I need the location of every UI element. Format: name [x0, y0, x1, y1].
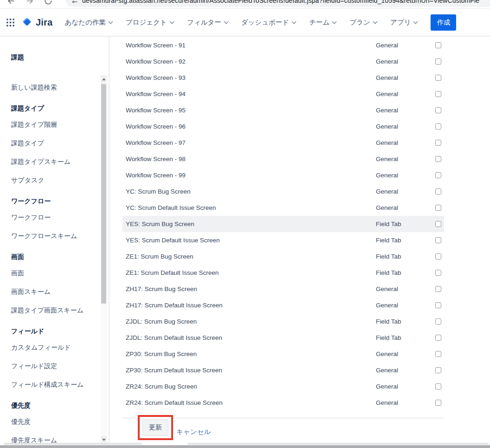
- screen-checkbox[interactable]: [435, 351, 441, 357]
- sidebar-item[interactable]: 画面: [0, 264, 109, 283]
- screen-checkbox[interactable]: [435, 221, 441, 227]
- screen-checkbox[interactable]: [435, 42, 441, 48]
- jira-logo-icon: [21, 17, 32, 28]
- browser-back-icon[interactable]: [6, 0, 16, 6]
- screen-checkbox[interactable]: [435, 270, 441, 276]
- screen-checkbox[interactable]: [435, 383, 441, 390]
- tune-icon[interactable]: [71, 0, 78, 4]
- sidebar-item[interactable]: ワークフロー: [0, 194, 109, 208]
- screen-checkbox[interactable]: [435, 123, 441, 130]
- address-bar[interactable]: devsamurai-stg.atlassian.net/secure/admi…: [66, 0, 490, 7]
- sidebar-item[interactable]: 新しい課題検索: [0, 78, 109, 97]
- checkbox-cell: [432, 188, 441, 195]
- sidebar-item[interactable]: 課題タイプ画面スキーム: [0, 301, 109, 320]
- browser-toolbar: devsamurai-stg.atlassian.net/secure/admi…: [0, 0, 490, 9]
- sidebar-item[interactable]: フィールド設定: [0, 357, 109, 376]
- checkbox-cell: [432, 75, 441, 81]
- jira-logo[interactable]: Jira: [21, 17, 52, 28]
- screen-name: ZJDL: Scrum Default Issue Screen: [126, 334, 364, 341]
- screen-row: ZJDL: Scrum Bug Screen Field Tab: [122, 313, 444, 330]
- browser-refresh-icon[interactable]: [44, 0, 53, 6]
- sidebar-item[interactable]: 画面: [0, 250, 109, 264]
- screen-checkbox[interactable]: [435, 205, 441, 211]
- checkbox-cell: [432, 367, 441, 373]
- screen-checkbox[interactable]: [435, 253, 441, 260]
- sidebar-scrollbar[interactable]: [101, 75, 107, 444]
- screen-checkbox[interactable]: [435, 335, 441, 341]
- nav-menu-item[interactable]: あなたの作業: [64, 18, 112, 27]
- nav-menu-item-label: ダッシュボード: [241, 18, 290, 27]
- screen-row: Workflow Screen - 97 General: [122, 135, 444, 151]
- sidebar-item[interactable]: 課題タイプスキーム: [0, 153, 109, 171]
- triangle-up-icon: [102, 78, 106, 80]
- screen-name: Workflow Screen - 94: [126, 91, 364, 97]
- sidebar-item-label: カスタムフィールド: [11, 344, 71, 352]
- sidebar-item[interactable]: 課題タイプ: [0, 134, 109, 153]
- nav-menu-item[interactable]: アプリ: [390, 18, 418, 27]
- sidebar-item[interactable]: 課題タイプ: [0, 101, 109, 116]
- chevron-down-icon: [108, 19, 113, 24]
- nav-menu-item[interactable]: プラン: [349, 18, 377, 27]
- screen-tab: Field Tab: [364, 253, 432, 260]
- checkbox-cell: [432, 107, 441, 113]
- update-button[interactable]: 更新: [142, 419, 168, 436]
- sidebar-item[interactable]: 課題タイプ階層: [0, 116, 109, 134]
- screen-tab: General: [364, 383, 432, 390]
- sidebar-item[interactable]: フィールド構成スキーム: [0, 376, 109, 394]
- sidebar-item-label: 課題タイプ画面スキーム: [11, 306, 84, 315]
- checkbox-cell: [432, 58, 441, 65]
- screen-row: YES: Scrum Bug Screen Field Tab: [122, 216, 444, 232]
- screen-checkbox[interactable]: [435, 75, 441, 81]
- sidebar-item-label: 優先度: [11, 418, 31, 426]
- screen-checkbox[interactable]: [435, 156, 441, 162]
- screen-checkbox[interactable]: [435, 188, 441, 195]
- screen-checkbox[interactable]: [435, 286, 441, 292]
- screen-name: ZP30: Scrum Bug Screen: [126, 351, 364, 357]
- sidebar-item[interactable]: ワークフロースキーム: [0, 227, 109, 246]
- screen-tab: Field Tab: [364, 269, 432, 276]
- screen-row: ZH17: Scrum Default Issue Screen General: [122, 297, 444, 313]
- sidebar-item[interactable]: サブタスク: [0, 171, 109, 190]
- nav-menu-item[interactable]: フィルター: [187, 18, 228, 27]
- sidebar-item[interactable]: 画面スキーム: [0, 283, 109, 301]
- sidebar-item[interactable]: 優先度: [0, 398, 109, 413]
- sidebar-item-label: 画面: [11, 253, 24, 261]
- screen-checkbox[interactable]: [435, 237, 441, 243]
- sidebar-item[interactable]: ワークフロー: [0, 208, 109, 227]
- screen-checkbox[interactable]: [435, 91, 441, 97]
- screen-row: ZE1: Scrum Bug Screen Field Tab: [122, 248, 444, 265]
- screen-checkbox[interactable]: [435, 302, 441, 308]
- browser-forward-icon[interactable]: [25, 0, 34, 6]
- app-switcher-icon[interactable]: [6, 18, 15, 27]
- admin-sidebar: 課題 新しい課題検索 課題タイプ 課題タイプ階層: [0, 37, 110, 447]
- screen-checkbox[interactable]: [435, 400, 441, 406]
- sidebar-item[interactable]: カスタムフィールド: [0, 338, 109, 357]
- screen-checkbox[interactable]: [435, 318, 441, 325]
- sidebar-item[interactable]: 優先度: [0, 413, 109, 431]
- screen-checkbox[interactable]: [435, 172, 441, 178]
- nav-menu-item[interactable]: ダッシュボード: [241, 18, 296, 27]
- screen-row: YC: Scrum Bug Screen General: [122, 183, 444, 200]
- screen-checkbox[interactable]: [435, 107, 441, 113]
- horizontal-scrollbar[interactable]: [0, 445, 490, 448]
- screen-checkbox[interactable]: [435, 367, 441, 373]
- screen-checkbox[interactable]: [435, 58, 441, 65]
- nav-menu-item-label: プラン: [349, 18, 370, 27]
- sidebar-item[interactable]: フィールド: [0, 324, 109, 338]
- screen-tab: Field Tab: [364, 221, 432, 227]
- nav-menu-item[interactable]: チーム: [309, 18, 336, 27]
- sidebar-item-label: 課題タイプ階層: [11, 121, 57, 129]
- screen-row: Workflow Screen - 95 General: [122, 102, 444, 118]
- screen-tab: General: [364, 188, 432, 195]
- cancel-link[interactable]: キャンセル: [176, 428, 211, 436]
- chevron-down-icon: [224, 19, 228, 24]
- screen-checkbox[interactable]: [435, 140, 441, 146]
- checkbox-cell: [432, 140, 441, 146]
- checkbox-cell: [432, 302, 441, 308]
- scrollbar-up-button[interactable]: [101, 75, 107, 83]
- nav-menu-item[interactable]: プロジェクト: [126, 18, 174, 27]
- scrollbar-thumb[interactable]: [101, 84, 106, 304]
- create-button[interactable]: 作成: [431, 14, 456, 31]
- checkbox-cell: [432, 221, 441, 227]
- screen-tab: General: [364, 302, 432, 309]
